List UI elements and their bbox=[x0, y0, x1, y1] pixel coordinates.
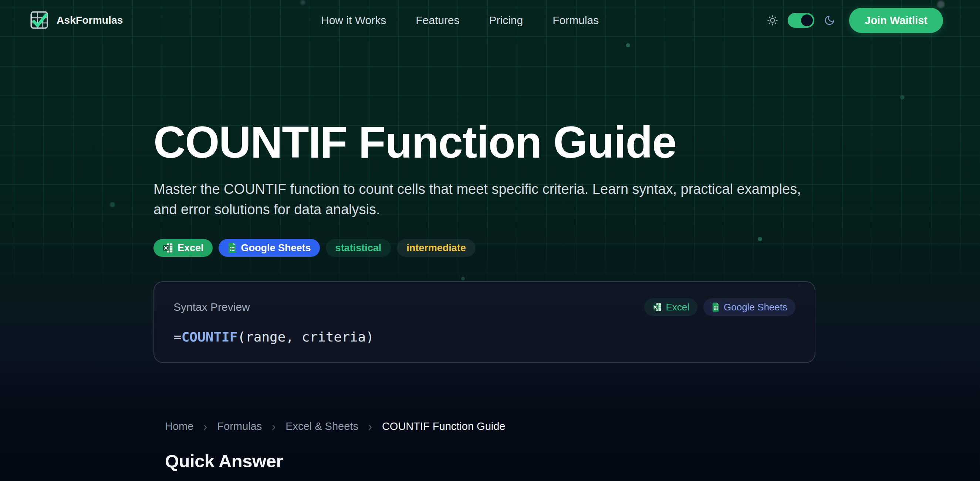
badge-intermediate: intermediate bbox=[397, 239, 476, 257]
brand-name: AskFormulas bbox=[57, 14, 123, 26]
moon-icon bbox=[824, 15, 835, 26]
nav-links: How it Works Features Pricing Formulas bbox=[321, 0, 599, 41]
breadcrumb-home[interactable]: Home bbox=[165, 420, 193, 433]
page-subtitle: Master the COUNTIF function to count cel… bbox=[153, 179, 823, 220]
particle-dot bbox=[900, 95, 905, 100]
code-arguments: (range, criteria) bbox=[237, 329, 374, 344]
code-function-name: COUNTIF bbox=[181, 329, 238, 344]
join-waitlist-button[interactable]: Join Waitlist bbox=[849, 8, 943, 33]
excel-icon bbox=[652, 302, 662, 312]
breadcrumb-excel-sheets[interactable]: Excel & Sheets bbox=[285, 420, 358, 433]
syntax-preview-label: Syntax Preview bbox=[173, 301, 250, 314]
syntax-preview-card: Syntax Preview Excel bbox=[153, 281, 815, 363]
platform-pill-excel: Excel bbox=[644, 298, 697, 316]
syntax-card-header: Syntax Preview Excel bbox=[173, 298, 795, 316]
brand-logo-link[interactable]: AskFormulas bbox=[29, 10, 123, 31]
theme-toggle-switch[interactable] bbox=[788, 13, 815, 28]
particle-dot bbox=[626, 43, 630, 47]
platform-pills: Excel Google Sheets bbox=[644, 298, 795, 316]
badge-label: Excel bbox=[178, 242, 204, 254]
badge-statistical: statistical bbox=[326, 239, 391, 257]
syntax-code: =COUNTIF(range, criteria) bbox=[173, 329, 795, 344]
particle-dot bbox=[110, 202, 115, 207]
badge-row: Excel Google Sheets statistical intermed… bbox=[153, 239, 823, 257]
quick-answer-heading: Quick Answer bbox=[165, 451, 283, 471]
breadcrumb-current-page: COUNTIF Function Guide bbox=[382, 420, 506, 433]
chevron-right-icon: › bbox=[368, 421, 372, 432]
badge-label: Google Sheets bbox=[241, 242, 311, 254]
theme-toggle-knob bbox=[801, 14, 813, 26]
chevron-right-icon: › bbox=[204, 421, 207, 432]
sheets-icon bbox=[228, 242, 237, 253]
badge-excel: Excel bbox=[153, 239, 213, 257]
theme-and-cta-controls: Join Waitlist bbox=[767, 8, 943, 33]
nav-link-formulas[interactable]: Formulas bbox=[552, 14, 599, 27]
page-title: COUNTIF Function Guide bbox=[153, 118, 823, 167]
badge-label: statistical bbox=[336, 242, 382, 254]
navbar: AskFormulas How it Works Features Pricin… bbox=[0, 0, 980, 41]
nav-link-how-it-works[interactable]: How it Works bbox=[321, 14, 386, 27]
breadcrumb: Home › Formulas › Excel & Sheets › COUNT… bbox=[165, 420, 505, 433]
spreadsheet-check-logo-icon bbox=[29, 10, 50, 31]
nav-link-features[interactable]: Features bbox=[416, 14, 459, 27]
platform-pill-label: Google Sheets bbox=[724, 301, 788, 313]
platform-pill-google-sheets: Google Sheets bbox=[703, 298, 795, 316]
hero-section: COUNTIF Function Guide Master the COUNTI… bbox=[153, 118, 823, 363]
badge-google-sheets: Google Sheets bbox=[218, 239, 320, 257]
chevron-right-icon: › bbox=[272, 421, 275, 432]
sun-icon bbox=[767, 15, 778, 26]
badge-label: intermediate bbox=[406, 242, 466, 254]
sheets-icon bbox=[711, 302, 720, 312]
platform-pill-label: Excel bbox=[666, 301, 689, 313]
code-equals: = bbox=[173, 329, 181, 344]
nav-link-pricing[interactable]: Pricing bbox=[489, 14, 523, 27]
excel-icon bbox=[162, 242, 173, 253]
breadcrumb-formulas[interactable]: Formulas bbox=[217, 420, 262, 433]
